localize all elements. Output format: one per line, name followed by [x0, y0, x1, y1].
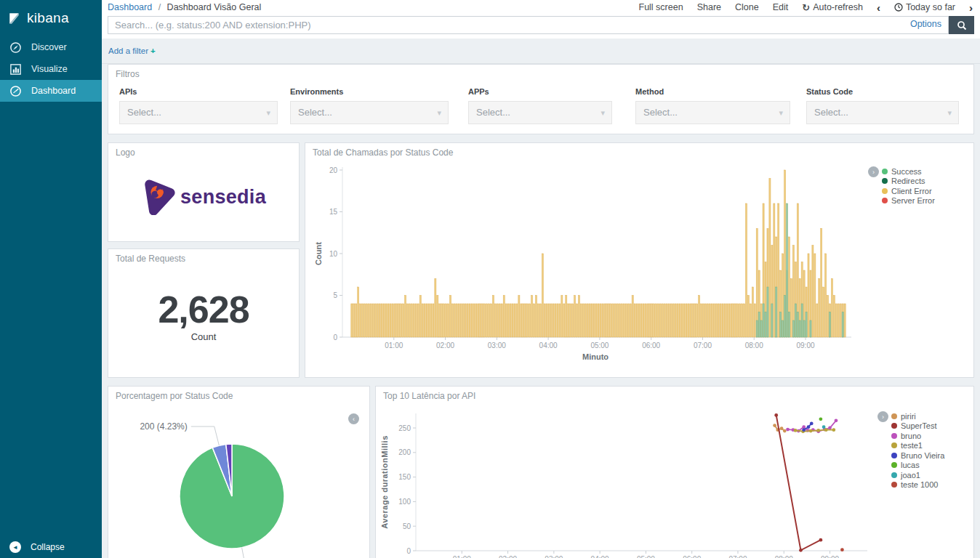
legend-item[interactable]: Redirects [882, 177, 935, 187]
filter-field-apps: APPs Select... ▾ [468, 87, 612, 124]
svg-text:250: 250 [398, 424, 411, 432]
svg-text:01:00: 01:00 [385, 341, 403, 349]
search-bar: Options [102, 15, 980, 39]
panel-title: Total de Chamadas por Status Code [305, 143, 973, 158]
kibana-dashboard-app: kibana Discover Visualize Das [0, 0, 980, 558]
svg-text:08:00: 08:00 [745, 341, 763, 349]
svg-text:09:00: 09:00 [797, 341, 815, 349]
method-select[interactable]: Select... ▾ [635, 101, 790, 124]
legend-item[interactable]: joao1 [891, 470, 944, 480]
sidebar-collapse-button[interactable]: ◄ Collapse [0, 541, 102, 553]
filter-field-apis: APIs Select... ▾ [119, 87, 278, 124]
legend-item[interactable]: piriri [891, 411, 944, 421]
environments-select[interactable]: Select... ▾ [290, 101, 449, 124]
svg-text:5: 5 [333, 291, 337, 299]
legend-dot [891, 462, 897, 468]
legend-label: Server Error [891, 196, 935, 205]
sidebar-item-dashboard[interactable]: Dashboard [0, 80, 102, 102]
svg-text:06:00: 06:00 [683, 555, 701, 558]
legend-dot [891, 433, 897, 439]
svg-text:07:00: 07:00 [694, 341, 712, 349]
legend-label: Redirects [891, 177, 925, 185]
bar-chart-legend: › SuccessRedirectsClient ErrorServer Err… [868, 166, 973, 206]
svg-text:05:00: 05:00 [590, 341, 609, 349]
legend-label: Bruno Vieira [901, 451, 944, 460]
panel-latency-line-chart: Top 10 Latência por API 0501001502002500… [375, 386, 974, 558]
clone-button[interactable]: Clone [735, 2, 759, 12]
panel-title: Top 10 Latência por API [376, 387, 973, 401]
breadcrumb-dashboard-link[interactable]: Dashboard [108, 2, 152, 12]
bar-chart-icon [9, 63, 22, 76]
svg-text:08:00: 08:00 [775, 555, 793, 558]
time-back-button[interactable]: ‹ [877, 2, 880, 13]
breadcrumb: Dashboard / Dashboard Visão Geral [108, 2, 261, 12]
status-code-select[interactable]: Select... ▾ [806, 101, 959, 124]
total-requests-unit: Count [191, 331, 217, 342]
legend-item[interactable]: bruno [891, 431, 944, 441]
top-nav-bar: Dashboard / Dashboard Visão Geral Full s… [102, 0, 980, 15]
legend-item[interactable]: Server Error [882, 196, 935, 206]
legend-item[interactable]: lucas [891, 461, 944, 471]
legend-expand-icon[interactable]: › [877, 411, 888, 422]
legend-dot [882, 169, 888, 174]
legend-dot [891, 442, 897, 448]
sensedia-logo: sensedia [108, 161, 299, 233]
legend-label: joao1 [901, 471, 920, 480]
time-range-picker[interactable]: Today so far [894, 2, 955, 12]
panel-status-bar-chart: Total de Chamadas por Status Code 051015… [305, 142, 974, 378]
sensedia-logo-text: sensedia [180, 186, 266, 209]
search-options-link[interactable]: Options [910, 19, 941, 29]
panel-title: Total de Requests [108, 249, 299, 264]
legend-item[interactable]: teste 1000 [891, 480, 944, 490]
plus-icon: + [150, 46, 156, 55]
filter-field-environments: Environments Select... ▾ [290, 87, 449, 124]
svg-text:20: 20 [329, 166, 338, 174]
svg-text:10: 10 [329, 250, 338, 258]
chevron-down-icon: ▾ [947, 102, 952, 124]
svg-text:05:00: 05:00 [637, 555, 655, 558]
panel-title: Logo [108, 143, 299, 158]
sidebar-item-visualize[interactable]: Visualize [0, 58, 102, 80]
kibana-logo[interactable]: kibana [0, 0, 102, 36]
status-bar-chart[interactable]: 0510152001:0002:0003:0004:0005:0006:0007… [305, 162, 867, 370]
clock-icon [894, 3, 903, 12]
chevron-down-icon: ▾ [601, 102, 605, 124]
main-content: Dashboard / Dashboard Visão Geral Full s… [102, 0, 980, 558]
legend-dot [891, 453, 897, 458]
legend-item[interactable]: Success [882, 166, 935, 177]
latency-line-chart[interactable]: 05010015020025001:0002:0003:0004:0005:00… [376, 405, 876, 558]
sidebar-item-label: Discover [31, 42, 67, 52]
apis-select[interactable]: Select... ▾ [119, 101, 278, 124]
legend-dot [891, 413, 897, 419]
status-pie-chart[interactable]: 404 (93.95%)200 (4.23%) [108, 405, 369, 558]
apps-select[interactable]: Select... ▾ [468, 101, 612, 124]
line-chart-legend: › piririSuperTestbrunoteste1Bruno Vieira… [877, 411, 973, 490]
svg-text:07:00: 07:00 [728, 555, 747, 558]
legend-label: Client Error [891, 187, 932, 195]
sidebar-item-discover[interactable]: Discover [0, 36, 102, 58]
auto-refresh-button[interactable]: ↻ Auto-refresh [802, 2, 863, 13]
add-filter-button[interactable]: Add a filter+ [108, 46, 156, 55]
legend-expand-icon[interactable]: › [868, 166, 879, 177]
legend-label: teste1 [901, 441, 923, 450]
legend-item[interactable]: Bruno Vieira [891, 450, 944, 461]
time-forward-button[interactable]: › [969, 2, 973, 13]
legend-label: Success [891, 167, 922, 176]
full-screen-button[interactable]: Full screen [639, 2, 683, 12]
legend-dot [882, 188, 888, 194]
search-button[interactable] [949, 16, 974, 34]
svg-text:100: 100 [398, 498, 411, 506]
share-button[interactable]: Share [697, 2, 721, 12]
svg-text:01:00: 01:00 [453, 555, 471, 558]
legend-item[interactable]: SuperTest [891, 421, 944, 432]
legend-dot [882, 178, 888, 184]
panel-filtros: Filtros APIs Select... ▾ Environments Se… [108, 64, 974, 134]
legend-item[interactable]: teste1 [891, 441, 944, 451]
legend-item[interactable]: Client Error [882, 186, 935, 196]
brand-text: kibana [27, 10, 69, 26]
svg-text:04:00: 04:00 [591, 555, 609, 558]
edit-button[interactable]: Edit [773, 2, 789, 12]
breadcrumb-separator: / [158, 2, 161, 12]
panel-title: Porcentagem por Status Code [108, 387, 369, 401]
search-input[interactable] [108, 16, 949, 34]
